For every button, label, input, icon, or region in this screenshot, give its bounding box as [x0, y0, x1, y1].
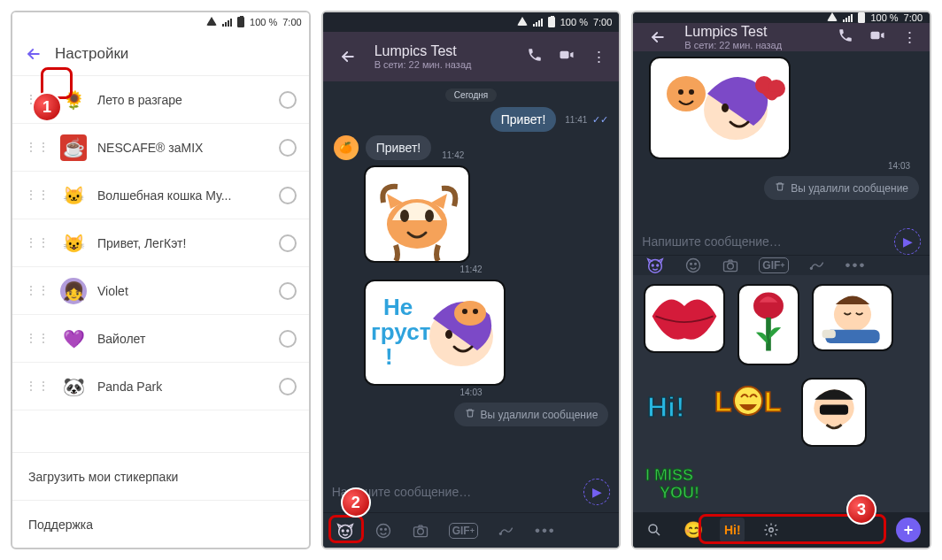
read-ticks-icon: ✓✓	[592, 114, 608, 126]
msg-text: Привет!	[366, 135, 432, 160]
battery-pct: 100 %	[870, 12, 898, 23]
emoji-icon[interactable]	[374, 522, 392, 540]
incoming-message[interactable]: 🍊 Привет! 11:42	[334, 135, 465, 160]
date-chip: Сегодня	[445, 88, 497, 102]
svg-point-44	[734, 387, 762, 415]
sticker-sleepy[interactable]	[812, 284, 893, 351]
msg-time: 14:03	[459, 387, 482, 397]
drag-handle-icon[interactable]: ⋮⋮	[25, 384, 50, 389]
chat-title[interactable]: Lumpics Test	[374, 42, 513, 59]
svg-point-35	[728, 264, 734, 270]
stickers-icon[interactable]	[645, 256, 665, 275]
signal-icon	[843, 13, 853, 22]
sticker-lol[interactable]: LL	[713, 378, 789, 424]
sticker-message[interactable]	[364, 165, 470, 263]
sticker-drawer: Hi! LL I MISSYOU! 😊 Hi! +	[633, 275, 930, 548]
doodle-icon[interactable]	[808, 257, 826, 274]
add-pack-button[interactable]: +	[896, 518, 921, 542]
chat-body[interactable]: Сегодня Привет! 11:41 ✓✓ 🍊 Привет! 11:42	[323, 81, 620, 472]
delete-radio[interactable]	[279, 187, 297, 204]
pack-row[interactable]: ⋮⋮ 🐱 Волшебная кошка Му...	[12, 172, 309, 219]
more-icon[interactable]: •••	[535, 522, 556, 540]
camera-icon[interactable]	[412, 522, 429, 540]
pack-row[interactable]: ⋮⋮ 🐼 Panda Park	[12, 363, 309, 410]
drag-handle-icon[interactable]: ⋮⋮	[25, 336, 50, 341]
doodle-icon[interactable]	[498, 522, 515, 540]
sticker-message[interactable]: Не грусти !	[364, 280, 506, 386]
delete-radio[interactable]	[279, 282, 297, 300]
pack-name: Привет, ЛегКэт!	[97, 236, 268, 250]
emoji-icon[interactable]	[684, 257, 702, 274]
chat-header: Lumpics Test В сети: 22 мин. назад ⋮	[323, 32, 620, 81]
sticker-rose[interactable]	[737, 284, 799, 365]
svg-point-29	[652, 265, 654, 266]
status-bar: 100 % 7:00	[633, 12, 930, 23]
svg-point-18	[417, 528, 423, 534]
svg-point-14	[376, 524, 390, 537]
svg-rect-47	[820, 405, 848, 415]
battery-icon	[548, 17, 555, 27]
delete-radio[interactable]	[279, 378, 297, 395]
svg-point-24	[678, 89, 683, 95]
voice-button[interactable]: ▶	[583, 479, 610, 505]
download-my-packs[interactable]: Загрузить мои стикерпаки	[12, 452, 309, 500]
drag-handle-icon[interactable]: ⋮⋮	[25, 145, 50, 150]
delete-radio[interactable]	[279, 234, 297, 252]
pack-icon: ☕	[60, 134, 87, 161]
drag-handle-icon[interactable]: ⋮⋮	[25, 288, 50, 294]
sticker-message[interactable]	[649, 57, 791, 159]
svg-rect-20	[871, 32, 880, 39]
sticker-cool[interactable]	[801, 378, 867, 447]
msg-text: Привет!	[490, 107, 557, 132]
chat-body[interactable]: 14:03 Вы удалили сообщение	[633, 51, 930, 228]
delete-radio[interactable]	[279, 91, 297, 109]
svg-point-31	[687, 259, 700, 272]
svg-point-50	[649, 525, 657, 533]
video-call-icon[interactable]	[868, 27, 887, 49]
pack-name: Panda Park	[97, 380, 268, 394]
svg-point-37	[753, 293, 784, 319]
search-icon[interactable]	[642, 518, 667, 542]
sticker-pack-list[interactable]: ⋮⋮ 🌻 Лето в разгаре ⋮⋮ ☕ NESCAFE® заMIX …	[12, 76, 309, 452]
video-call-icon[interactable]	[557, 46, 576, 68]
call-icon[interactable]	[525, 47, 544, 67]
support-link[interactable]: Поддержка	[12, 500, 309, 548]
menu-icon[interactable]: ⋮	[589, 48, 608, 66]
pack-name: Волшебная кошка Му...	[97, 188, 268, 203]
clock: 7:00	[904, 12, 923, 23]
pack-row[interactable]: ⋮⋮ ☕ NESCAFE® заMIX	[12, 124, 309, 172]
gif-icon[interactable]: GIF+	[759, 257, 788, 273]
drag-handle-icon[interactable]: ⋮⋮	[25, 193, 50, 198]
menu-icon[interactable]: ⋮	[900, 28, 919, 47]
chat-title[interactable]: Lumpics Test	[684, 23, 823, 40]
msg-time: 14:03	[888, 161, 910, 171]
avatar[interactable]: 🍊	[334, 135, 359, 160]
gif-icon[interactable]: GIF+	[449, 523, 478, 539]
camera-icon[interactable]	[722, 257, 739, 274]
delete-radio[interactable]	[279, 139, 297, 157]
outgoing-message[interactable]: Привет! 11:41 ✓✓	[490, 107, 609, 132]
chat-subtitle: В сети: 22 мин. назад	[684, 40, 823, 51]
pack-row[interactable]: ⋮⋮ 👧 Violet	[12, 267, 309, 315]
sticker-hi[interactable]: Hi!	[644, 378, 700, 434]
drag-handle-icon[interactable]: ⋮⋮	[25, 241, 50, 246]
voice-button[interactable]: ▶	[894, 228, 921, 255]
callout-1: 1	[32, 92, 64, 124]
pack-row[interactable]: ⋮⋮ 💜 Вайолет	[12, 315, 309, 363]
chat-subtitle: В сети: 22 мин. назад	[374, 59, 513, 71]
back-button[interactable]	[644, 23, 672, 51]
sticker-grid[interactable]: Hi! LL I MISSYOU!	[633, 275, 930, 512]
delete-radio[interactable]	[279, 330, 297, 348]
back-button[interactable]	[334, 42, 362, 71]
msg-time: 11:41	[565, 115, 587, 125]
more-icon[interactable]: •••	[845, 257, 867, 274]
pack-icon: 🐱	[60, 182, 87, 209]
svg-point-36	[810, 268, 812, 270]
back-button[interactable]	[19, 40, 48, 68]
message-input[interactable]: Напишите сообщение…	[642, 234, 894, 249]
screen-settings: 100 % 7:00 Настройки 1 ⋮⋮ 🌻 Лето в разга…	[11, 11, 311, 549]
pack-row[interactable]: ⋮⋮ 😺 Привет, ЛегКэт!	[12, 219, 309, 267]
call-icon[interactable]	[836, 27, 855, 48]
sticker-lips[interactable]	[644, 284, 725, 353]
sticker-miss-you[interactable]: I MISSYOU!	[644, 459, 741, 503]
